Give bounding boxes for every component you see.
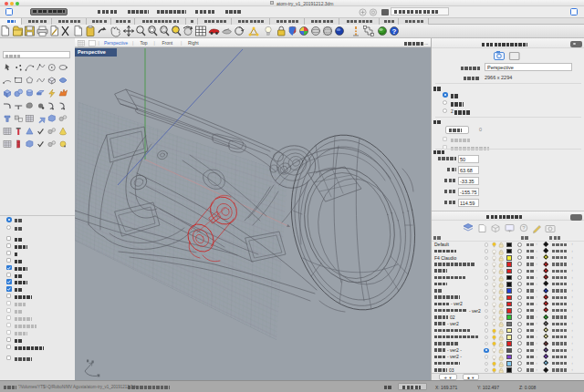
svg-text:?: ? <box>392 27 397 36</box>
